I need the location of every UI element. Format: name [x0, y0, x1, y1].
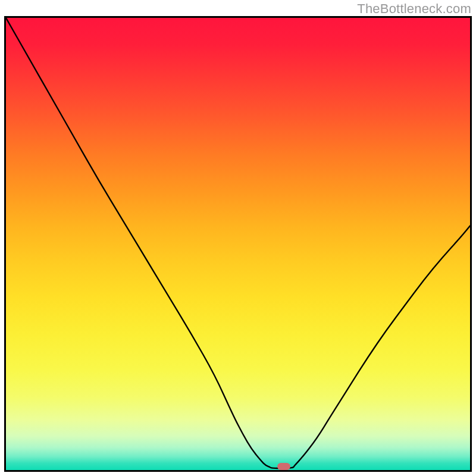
chart-frame: { "watermark": "TheBottleneck.com", "cha… [0, 0, 476, 476]
curve-layer [6, 18, 470, 470]
bottleneck-curve [6, 18, 470, 468]
optimal-marker [277, 463, 290, 470]
watermark-label: TheBottleneck.com [357, 1, 471, 17]
plot-area [4, 16, 472, 472]
